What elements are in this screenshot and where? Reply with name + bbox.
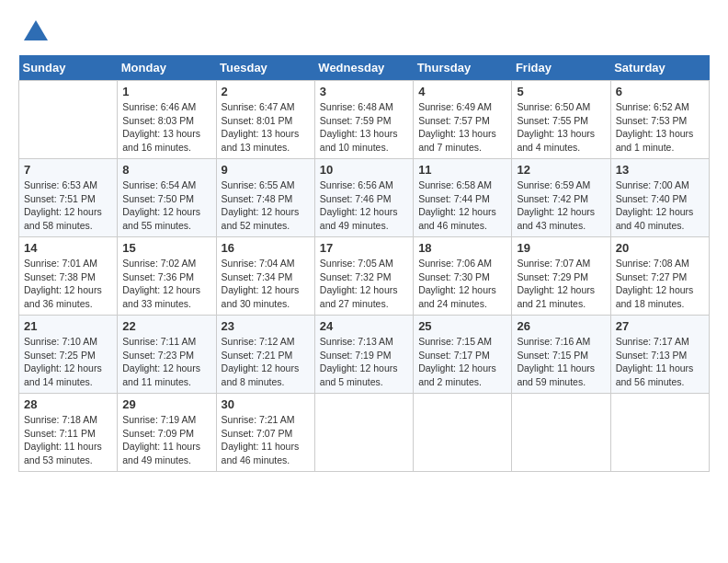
day-number: 9 — [222, 163, 310, 177]
calendar-cell: 21 Sunrise: 7:10 AMSunset: 7:25 PMDaylig… — [19, 316, 118, 394]
day-info: Sunrise: 6:59 AMSunset: 7:42 PMDaylight:… — [517, 178, 605, 233]
day-number: 11 — [418, 163, 506, 177]
calendar-cell: 15 Sunrise: 7:02 AMSunset: 7:36 PMDaylig… — [118, 237, 216, 316]
header-day-tuesday: Tuesday — [216, 55, 314, 81]
day-number: 17 — [320, 241, 408, 255]
calendar-cell: 5 Sunrise: 6:50 AMSunset: 7:55 PMDayligh… — [512, 81, 610, 159]
calendar-cell — [512, 394, 610, 472]
calendar-cell: 4 Sunrise: 6:49 AMSunset: 7:57 PMDayligh… — [414, 81, 512, 159]
day-number: 23 — [222, 319, 310, 333]
header-row: SundayMondayTuesdayWednesdayThursdayFrid… — [19, 55, 710, 81]
calendar-cell: 29 Sunrise: 7:19 AMSunset: 7:09 PMDaylig… — [118, 394, 216, 472]
day-number: 25 — [418, 319, 506, 333]
calendar-cell: 3 Sunrise: 6:48 AMSunset: 7:59 PMDayligh… — [314, 81, 413, 159]
calendar-cell — [414, 394, 512, 472]
day-info: Sunrise: 7:08 AMSunset: 7:27 PMDaylight:… — [616, 257, 704, 311]
day-number: 7 — [24, 163, 112, 177]
day-info: Sunrise: 7:07 AMSunset: 7:29 PMDaylight:… — [517, 257, 605, 311]
week-row-4: 28 Sunrise: 7:18 AMSunset: 7:11 PMDaylig… — [19, 394, 710, 472]
day-number: 4 — [418, 85, 506, 98]
day-info: Sunrise: 6:46 AMSunset: 8:03 PMDaylight:… — [122, 100, 210, 155]
calendar-cell: 16 Sunrise: 7:04 AMSunset: 7:34 PMDaylig… — [216, 237, 314, 316]
day-number: 2 — [222, 85, 310, 98]
week-row-2: 14 Sunrise: 7:01 AMSunset: 7:38 PMDaylig… — [19, 237, 710, 316]
calendar-cell: 13 Sunrise: 7:00 AMSunset: 7:40 PMDaylig… — [610, 159, 709, 237]
week-row-1: 7 Sunrise: 6:53 AMSunset: 7:51 PMDayligh… — [19, 159, 710, 237]
day-number: 27 — [616, 319, 704, 333]
calendar-cell: 12 Sunrise: 6:59 AMSunset: 7:42 PMDaylig… — [512, 159, 610, 237]
day-number: 22 — [122, 319, 210, 333]
day-number: 18 — [418, 241, 506, 255]
day-info: Sunrise: 6:49 AMSunset: 7:57 PMDaylight:… — [418, 100, 506, 155]
svg-marker-0 — [24, 20, 48, 40]
day-info: Sunrise: 7:05 AMSunset: 7:32 PMDaylight:… — [320, 257, 408, 311]
day-number: 1 — [122, 85, 210, 98]
header-day-friday: Friday — [512, 55, 610, 81]
calendar-cell: 1 Sunrise: 6:46 AMSunset: 8:03 PMDayligh… — [118, 81, 216, 159]
day-number: 13 — [616, 163, 704, 177]
day-number: 10 — [320, 163, 408, 177]
day-info: Sunrise: 7:02 AMSunset: 7:36 PMDaylight:… — [122, 257, 210, 311]
calendar-cell: 23 Sunrise: 7:12 AMSunset: 7:21 PMDaylig… — [216, 316, 314, 394]
day-info: Sunrise: 7:01 AMSunset: 7:38 PMDaylight:… — [24, 257, 112, 311]
header-day-thursday: Thursday — [414, 55, 512, 81]
day-info: Sunrise: 7:12 AMSunset: 7:21 PMDaylight:… — [222, 335, 310, 389]
header-day-sunday: Sunday — [19, 55, 118, 81]
day-number: 24 — [320, 319, 408, 333]
day-number: 16 — [222, 241, 310, 255]
day-number: 8 — [122, 163, 210, 177]
day-info: Sunrise: 6:48 AMSunset: 7:59 PMDaylight:… — [320, 100, 408, 155]
calendar-cell: 2 Sunrise: 6:47 AMSunset: 8:01 PMDayligh… — [216, 81, 314, 159]
day-info: Sunrise: 6:53 AMSunset: 7:51 PMDaylight:… — [24, 178, 112, 233]
day-number: 29 — [122, 397, 210, 411]
week-row-0: 1 Sunrise: 6:46 AMSunset: 8:03 PMDayligh… — [19, 81, 710, 159]
calendar-cell: 6 Sunrise: 6:52 AMSunset: 7:53 PMDayligh… — [610, 81, 709, 159]
calendar-cell: 9 Sunrise: 6:55 AMSunset: 7:48 PMDayligh… — [216, 159, 314, 237]
calendar-cell: 8 Sunrise: 6:54 AMSunset: 7:50 PMDayligh… — [118, 159, 216, 237]
day-number: 14 — [24, 241, 112, 255]
calendar-cell: 26 Sunrise: 7:16 AMSunset: 7:15 PMDaylig… — [512, 316, 610, 394]
day-number: 6 — [616, 85, 704, 98]
header-day-monday: Monday — [118, 55, 216, 81]
week-row-3: 21 Sunrise: 7:10 AMSunset: 7:25 PMDaylig… — [19, 316, 710, 394]
calendar-cell: 18 Sunrise: 7:06 AMSunset: 7:30 PMDaylig… — [414, 237, 512, 316]
calendar-cell: 27 Sunrise: 7:17 AMSunset: 7:13 PMDaylig… — [610, 316, 709, 394]
day-number: 15 — [122, 241, 210, 255]
day-info: Sunrise: 7:00 AMSunset: 7:40 PMDaylight:… — [616, 178, 704, 233]
header-day-saturday: Saturday — [610, 55, 709, 81]
calendar-cell — [610, 394, 709, 472]
day-info: Sunrise: 7:04 AMSunset: 7:34 PMDaylight:… — [222, 257, 310, 311]
calendar-cell: 25 Sunrise: 7:15 AMSunset: 7:17 PMDaylig… — [414, 316, 512, 394]
calendar-cell: 28 Sunrise: 7:18 AMSunset: 7:11 PMDaylig… — [19, 394, 118, 472]
day-info: Sunrise: 7:16 AMSunset: 7:15 PMDaylight:… — [517, 335, 605, 389]
day-number: 19 — [517, 241, 605, 255]
header-day-wednesday: Wednesday — [314, 55, 413, 81]
day-info: Sunrise: 7:21 AMSunset: 7:07 PMDaylight:… — [222, 413, 310, 467]
header — [18, 18, 710, 46]
day-number: 3 — [320, 85, 408, 98]
calendar-cell: 7 Sunrise: 6:53 AMSunset: 7:51 PMDayligh… — [19, 159, 118, 237]
day-number: 20 — [616, 241, 704, 255]
calendar-cell — [314, 394, 413, 472]
day-info: Sunrise: 6:52 AMSunset: 7:53 PMDaylight:… — [616, 100, 704, 155]
calendar-table: SundayMondayTuesdayWednesdayThursdayFrid… — [18, 55, 710, 472]
day-info: Sunrise: 6:58 AMSunset: 7:44 PMDaylight:… — [418, 178, 506, 233]
calendar-cell: 19 Sunrise: 7:07 AMSunset: 7:29 PMDaylig… — [512, 237, 610, 316]
day-info: Sunrise: 7:18 AMSunset: 7:11 PMDaylight:… — [24, 413, 112, 467]
day-number: 12 — [517, 163, 605, 177]
calendar-cell: 20 Sunrise: 7:08 AMSunset: 7:27 PMDaylig… — [610, 237, 709, 316]
day-number: 30 — [222, 397, 310, 411]
day-info: Sunrise: 7:10 AMSunset: 7:25 PMDaylight:… — [24, 335, 112, 389]
day-info: Sunrise: 7:15 AMSunset: 7:17 PMDaylight:… — [418, 335, 506, 389]
logo — [18, 18, 50, 46]
calendar-cell: 22 Sunrise: 7:11 AMSunset: 7:23 PMDaylig… — [118, 316, 216, 394]
day-number: 21 — [24, 319, 112, 333]
day-info: Sunrise: 7:06 AMSunset: 7:30 PMDaylight:… — [418, 257, 506, 311]
day-info: Sunrise: 6:54 AMSunset: 7:50 PMDaylight:… — [122, 178, 210, 233]
day-info: Sunrise: 6:56 AMSunset: 7:46 PMDaylight:… — [320, 178, 408, 233]
calendar-cell: 11 Sunrise: 6:58 AMSunset: 7:44 PMDaylig… — [414, 159, 512, 237]
day-number: 5 — [517, 85, 605, 98]
calendar-cell: 17 Sunrise: 7:05 AMSunset: 7:32 PMDaylig… — [314, 237, 413, 316]
logo-icon — [22, 18, 50, 46]
calendar-cell: 30 Sunrise: 7:21 AMSunset: 7:07 PMDaylig… — [216, 394, 314, 472]
